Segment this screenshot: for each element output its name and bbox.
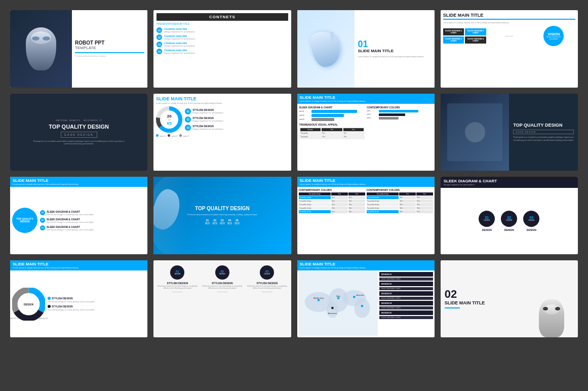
- contents-num-4: 04: [156, 49, 162, 54]
- slide7-bar2: [311, 114, 344, 117]
- slide7-title: SLIDE MAIN TITLE: [300, 95, 432, 100]
- slide4-text: Lorem ipsum is simply dummy text of the …: [443, 21, 575, 24]
- slide16-num: 02: [445, 289, 522, 299]
- slide8-badge: GOOD DESIGN: [513, 130, 574, 134]
- slide13-val1: VALUE 01: [24, 289, 33, 291]
- slide-11[interactable]: SLIDE MAIN TITLE Lorem ipsum is simply d…: [297, 177, 435, 254]
- slide14-circle1: 01 DESIGN: [170, 265, 184, 280]
- contents-item-4-sub: Design inspiration for presentation: [164, 52, 195, 54]
- slide12-item2: 02 DESIGN DESIGN: [501, 211, 517, 231]
- slide-15[interactable]: SLIDE MAIN TITLE Lorem ipsum is simply d…: [297, 260, 435, 338]
- slide4-box4: SLEEK DIAGRAM & CHART: [465, 36, 486, 44]
- slide9-title: SLIDE MAIN TITLE: [13, 178, 145, 183]
- slide13-item2-text: Get the full design in contemporary colo…: [48, 308, 145, 311]
- slide11-col1-header: Top quality design: [299, 192, 331, 196]
- slide11-title: SLIDE MAIN TITLE: [300, 178, 432, 183]
- slide-6[interactable]: SLIDE MAIN TITLE Lorem ipsum is simply d…: [153, 94, 291, 171]
- slide2-header: CONTNETS: [156, 13, 288, 21]
- svg-point-16: [352, 296, 355, 298]
- slide3-num: 01: [358, 40, 431, 49]
- slide6-num2: 02: [185, 116, 191, 123]
- slide14-item2-title: STYLISH DESIGN: [202, 282, 243, 285]
- contents-item-2-sub: Design inspiration for presentation: [164, 37, 195, 40]
- slide7-bar3-label: attr03: [299, 118, 310, 121]
- slide7-bar2-label: attr02: [299, 114, 310, 116]
- contents-item-3-sub: Design inspiration for presentation: [164, 45, 195, 47]
- contents-num-1: 01: [156, 27, 162, 33]
- slide10-title: TOP QUALITY DESIGN: [195, 206, 250, 212]
- slide-7[interactable]: SLIDE MAIN TITLE Lorem ipsum is simply d…: [297, 94, 435, 171]
- slide4-vision-circle: VISION Design inspiration for presentati…: [543, 26, 564, 46]
- slide5-sub: NATURAL BEAUTY · BUSINESS IT: [56, 119, 102, 122]
- slide-5[interactable]: NATURAL BEAUTY · BUSINESS IT TOP QUALITY…: [10, 94, 147, 171]
- contents-num-2: 02: [156, 34, 162, 40]
- slide15-design5-sub: SLEEK DIAGRAM & CHART: [379, 316, 433, 319]
- slide10-val5: 05: [234, 219, 240, 223]
- contents-item-1-sub: Design inspiration for presentation: [164, 30, 195, 33]
- slide9-circle: TOP QUALITY DESIGN: [12, 208, 37, 233]
- slide4-title: SLIDE MAIN TITLE: [443, 13, 575, 20]
- slide12-item1: 01 DESIGN DESIGN: [479, 211, 495, 231]
- slide9-item2-text: Get the full design in contemporary colo…: [47, 221, 94, 223]
- slide6-item3-text: Design inspiration for presentation: [192, 128, 223, 130]
- slide-4[interactable]: SLIDE MAIN TITLE Lorem ipsum is simply d…: [441, 10, 578, 88]
- slide15-title: SLIDE MAIN TITLE: [300, 262, 432, 266]
- slide9-text: Lorem ipsum is simply dummy text of the …: [13, 183, 145, 185]
- slide10-val3: 03: [220, 219, 225, 223]
- slide3-title: SLIDE MAIN TITLE: [358, 49, 431, 54]
- slide13-val3: VALUE 03: [38, 317, 48, 320]
- svg-text:Australia: Australia: [356, 294, 364, 296]
- slide9-num3: 03: [40, 225, 45, 230]
- slide10-val2: 02: [212, 219, 217, 223]
- slide6-item2-text: Design inspiration for presentation: [192, 120, 223, 122]
- slide15-text: Lorem ipsum is simply dummy text of the …: [300, 266, 432, 269]
- slide10-val1: 01: [205, 219, 210, 223]
- slide13-item2-title: STYLISH DESIGN: [52, 305, 73, 308]
- slide10-text: Professional presentation template featu…: [187, 213, 257, 216]
- slide7-chart1-title: SLEEK DIAGRAM & CHART: [299, 106, 365, 109]
- slide-1[interactable]: ROBOT PPT TEMPLATE Professional presenta…: [10, 10, 147, 88]
- slide3-text: Lorem ipsum is simply dummy text of the …: [358, 55, 431, 58]
- slide-10[interactable]: TOP QUALITY DESIGN Professional presenta…: [153, 177, 291, 254]
- svg-point-17: [361, 305, 363, 307]
- slide-14[interactable]: 01 DESIGN STYLISH DESIGN Distinctive bas…: [153, 260, 291, 338]
- slide-12[interactable]: SLEEK DIAGRAM & CHART Design Inspiration…: [441, 177, 578, 254]
- svg-point-18: [331, 306, 334, 309]
- slide15-design1-sub: SLEEK DIAGRAM & CHART: [379, 278, 433, 281]
- slide7-bar1: [311, 110, 358, 113]
- slide11-col3-header: Text: [348, 192, 365, 196]
- slide15-design5: DESIGN 05: [379, 310, 433, 315]
- slide-9[interactable]: SLIDE MAIN TITLE Lorem ipsum is simply d…: [10, 177, 147, 254]
- slide11-col2-header: Text: [331, 192, 348, 196]
- slide11-table2-title: CONTEMPORARY COLORS: [367, 188, 433, 191]
- slide-8[interactable]: TOP QUALITY DESIGN GOOD DESIGN Powerpoin…: [441, 94, 578, 171]
- slide6-title: SLIDE MAIN TITLE: [156, 96, 288, 101]
- slide-16[interactable]: 02 SLIDE MAIN TITLE: [441, 260, 578, 338]
- slide15-design4-sub: SLEEK DIAGRAM & CHART: [379, 306, 433, 309]
- slide8-text: Powerpoint is a complete presentation gr…: [513, 136, 574, 141]
- slide13-title: SLIDE MAIN TITLE: [13, 262, 145, 266]
- slide9-num1: 01: [40, 210, 45, 215]
- slide4-box1: SLEEK DIAGRAM & CHART: [443, 28, 464, 35]
- svg-point-12: [354, 298, 370, 318]
- slide-2[interactable]: CONTNETS PRESENTATION/SUB TITLE 01 Conte…: [153, 10, 291, 88]
- slide16-title: SLIDE MAIN TITLE: [445, 300, 522, 306]
- svg-text:DESIGN: DESIGN: [24, 303, 34, 306]
- contents-num-3: 03: [156, 42, 162, 47]
- slide7-bar1-label: attr01: [299, 110, 310, 112]
- slide7-chart2-title: TREMENDOUS VISUAL APPEAL: [299, 123, 365, 126]
- slide-13[interactable]: SLIDE MAIN TITLE Lorem ipsum is simply d…: [10, 260, 147, 338]
- slide14-item3-text: Distinctive based on new final design in…: [246, 285, 288, 290]
- slide15-design1: DESIGN 01: [379, 272, 433, 277]
- slide11-text: Lorem ipsum is simply dummy text of the …: [300, 183, 432, 185]
- slide6-item1-text: Design inspiration for presentation: [192, 111, 223, 114]
- slide-3[interactable]: 01 SLIDE MAIN TITLE Lorem ipsum is simpl…: [297, 10, 435, 88]
- slide13-pie: DESIGN: [12, 288, 45, 321]
- slide13-text: Lorem ipsum is simply dummy text of the …: [13, 266, 145, 269]
- slide5-badge: GOOD DESIGN: [61, 132, 97, 138]
- slide9-item3-text: Get the full design in contemporary colo…: [47, 228, 94, 231]
- svg-text:Antarctica: Antarctica: [328, 312, 337, 315]
- slide15-world-map: Middle East Asia Australia Antarctica: [299, 272, 378, 336]
- slide7-chart3-title: CONTEMPORARY COLORS: [367, 106, 433, 109]
- slide1-subtitle: TEMPLATE: [75, 46, 144, 50]
